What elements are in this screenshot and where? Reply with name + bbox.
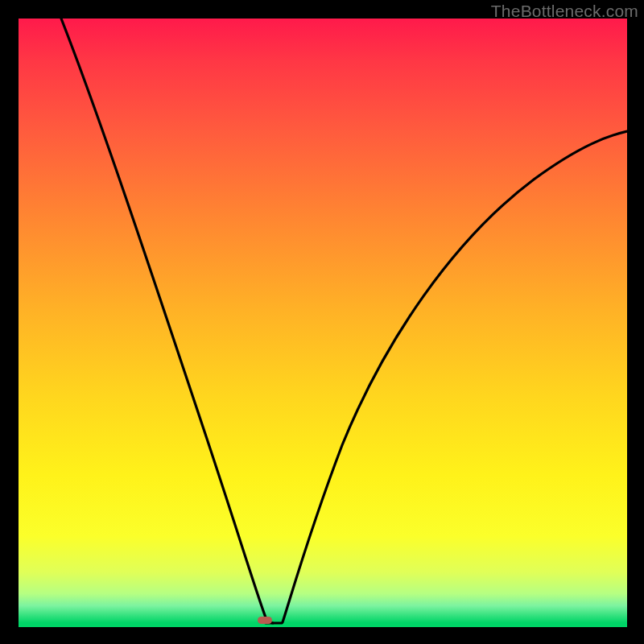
outer-frame: TheBottleneck.com	[0, 0, 644, 644]
watermark-text: TheBottleneck.com	[491, 2, 638, 21]
minimum-marker	[258, 617, 272, 624]
gradient-plot-area	[19, 19, 627, 627]
